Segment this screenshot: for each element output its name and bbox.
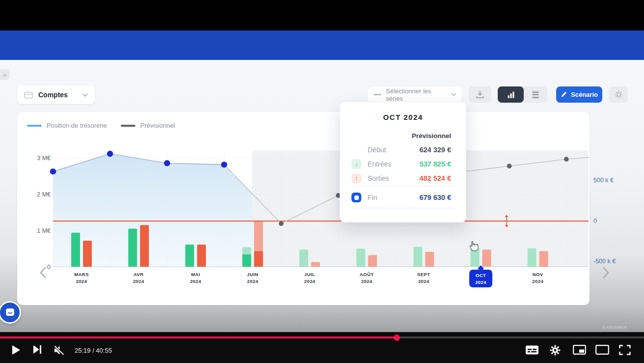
bar-chart-icon bbox=[507, 91, 515, 99]
x-axis-month-label[interactable]: AVR2024 bbox=[133, 272, 144, 284]
x-axis-month-label[interactable]: SEPT2024 bbox=[417, 272, 430, 284]
bar-sorties[interactable] bbox=[140, 225, 149, 267]
scenario-button[interactable]: Scénario bbox=[556, 86, 602, 103]
chart-settings-button[interactable] bbox=[609, 86, 628, 103]
tooltip-month-title: OCT 2024 bbox=[340, 113, 466, 121]
progress-played bbox=[0, 336, 397, 338]
chevron-down-icon bbox=[451, 93, 456, 96]
cashflow-chart[interactable]: 3 M€2 M€1 M€0500 k €0-500 k €MARS2024AVR… bbox=[17, 112, 621, 305]
download-icon bbox=[476, 90, 484, 99]
previsionnel-point[interactable] bbox=[564, 157, 569, 162]
mouse-cursor-hand bbox=[468, 240, 480, 252]
bar-sorties-forecast[interactable] bbox=[425, 252, 434, 267]
bar-entrées[interactable] bbox=[128, 229, 137, 267]
chevron-down-icon bbox=[82, 93, 88, 97]
progress-bar[interactable] bbox=[0, 336, 644, 338]
chart-tooltip: OCT 2024 Prévisionnel Début 624 329 € ↓ … bbox=[340, 102, 466, 223]
settings-button[interactable] bbox=[550, 345, 561, 356]
x-axis-month-label[interactable]: AOÛT2024 bbox=[360, 272, 374, 284]
tooltip-row-debut: Début 624 329 € bbox=[340, 145, 466, 156]
chart-scroll-right[interactable] bbox=[601, 266, 611, 279]
chat-widget-button[interactable] bbox=[0, 301, 21, 324]
previsionnel-point[interactable] bbox=[507, 164, 512, 168]
y-axis-tick-left: 3 M€ bbox=[37, 155, 51, 162]
bar-entrées-forecast[interactable] bbox=[356, 249, 365, 267]
bar-sorties[interactable] bbox=[254, 251, 263, 267]
next-button[interactable] bbox=[33, 345, 42, 354]
table-view-toggle[interactable] bbox=[524, 86, 547, 103]
tresorerie-area bbox=[53, 154, 252, 267]
previsionnel-point[interactable] bbox=[279, 221, 284, 226]
video-watermark: S'ABONNER bbox=[602, 325, 627, 330]
series-selector-dropdown[interactable]: Sélectionner les séries bbox=[368, 86, 462, 103]
x-axis-month-label[interactable]: JUIN2024 bbox=[247, 272, 258, 284]
series-selector-label: Sélectionner les séries bbox=[386, 87, 447, 102]
dashboard-page: » Comptes Sélectionner les séries bbox=[0, 60, 644, 332]
tresorerie-point[interactable] bbox=[50, 168, 56, 174]
arrow-down-icon: ↓ bbox=[351, 159, 361, 169]
bar-entrées[interactable] bbox=[242, 254, 251, 267]
tresorerie-point[interactable] bbox=[164, 160, 170, 166]
y-axis-tick-right: 0 bbox=[593, 218, 597, 224]
y-axis-tick-left: 2 M€ bbox=[37, 191, 51, 198]
video-player: fygr Cabinet Test Dashboard Graphiques E… bbox=[0, 0, 644, 363]
progress-scrubber[interactable] bbox=[394, 335, 400, 341]
bar-sorties-forecast[interactable] bbox=[539, 251, 548, 267]
x-axis-month-label[interactable]: MARS2024 bbox=[74, 272, 89, 284]
x-axis-month-label[interactable]: NOV2024 bbox=[532, 272, 543, 284]
bar-entrées[interactable] bbox=[186, 245, 194, 267]
y-axis-tick-right: -500 k € bbox=[593, 258, 616, 265]
tooltip-divider bbox=[352, 208, 454, 208]
bar-sorties-forecast[interactable] bbox=[311, 262, 320, 267]
tooltip-divider bbox=[352, 186, 454, 187]
bar-entrées[interactable] bbox=[71, 233, 80, 267]
download-button[interactable] bbox=[469, 86, 491, 103]
fullscreen-button[interactable] bbox=[619, 345, 631, 355]
volume-muted-button[interactable] bbox=[53, 345, 66, 356]
tooltip-row-sorties: ↑ Sorties 482 524 € bbox=[340, 173, 466, 184]
play-button[interactable] bbox=[12, 345, 21, 355]
arrow-up-icon: ↑ bbox=[351, 173, 361, 183]
accounts-filter-dropdown[interactable]: Comptes bbox=[17, 85, 95, 104]
bar-view-toggle-active[interactable] bbox=[498, 86, 524, 103]
time-display: 25:19 / 40:55 bbox=[75, 347, 112, 354]
theater-mode-button[interactable] bbox=[595, 345, 609, 355]
tooltip-column-header: Prévisionnel bbox=[412, 132, 451, 140]
chat-bubble-icon bbox=[5, 307, 15, 318]
x-axis-month-label[interactable]: JUIL2024 bbox=[304, 272, 316, 284]
tooltip-row-entrees: ↓ Entrées 537 825 € bbox=[340, 159, 466, 170]
y-axis-tick-right: 500 k € bbox=[593, 177, 614, 184]
y-axis-tick-left: 1 M€ bbox=[37, 227, 51, 234]
scenario-label: Scénario bbox=[571, 91, 598, 98]
rows-icon bbox=[532, 91, 539, 93]
bar-entrées-forecast[interactable] bbox=[528, 248, 537, 267]
pencil-icon bbox=[561, 91, 567, 98]
chart-scroll-left[interactable] bbox=[38, 266, 48, 279]
bar-sorties-forecast[interactable] bbox=[368, 255, 377, 267]
miniplayer-button[interactable] bbox=[573, 345, 586, 355]
wallet-icon bbox=[24, 91, 33, 99]
accounts-filter-label: Comptes bbox=[38, 91, 68, 99]
gear-icon bbox=[615, 90, 623, 99]
bar-entrées-forecast[interactable] bbox=[299, 250, 308, 267]
fin-square-icon bbox=[351, 193, 361, 202]
sidebar-expand-button[interactable]: » bbox=[0, 69, 9, 80]
bar-entrées-forecast[interactable] bbox=[413, 247, 422, 267]
tooltip-row-fin: Fin 679 630 € bbox=[340, 193, 466, 203]
tresorerie-point[interactable] bbox=[107, 151, 113, 157]
bar-sorties-forecast[interactable] bbox=[483, 250, 491, 267]
series-dash-icon bbox=[374, 94, 381, 95]
bar-sorties[interactable] bbox=[197, 245, 206, 267]
player-controls: 25:19 / 40:55 bbox=[0, 332, 644, 363]
app-header: fygr Cabinet Test Dashboard Graphiques E… bbox=[0, 30, 644, 60]
tresorerie-point[interactable] bbox=[221, 162, 227, 168]
subtitles-button[interactable] bbox=[525, 345, 539, 355]
chart-view-toggle bbox=[498, 86, 547, 103]
bar-sorties[interactable] bbox=[83, 241, 92, 267]
x-axis-month-label[interactable]: MAI2024 bbox=[190, 272, 201, 284]
